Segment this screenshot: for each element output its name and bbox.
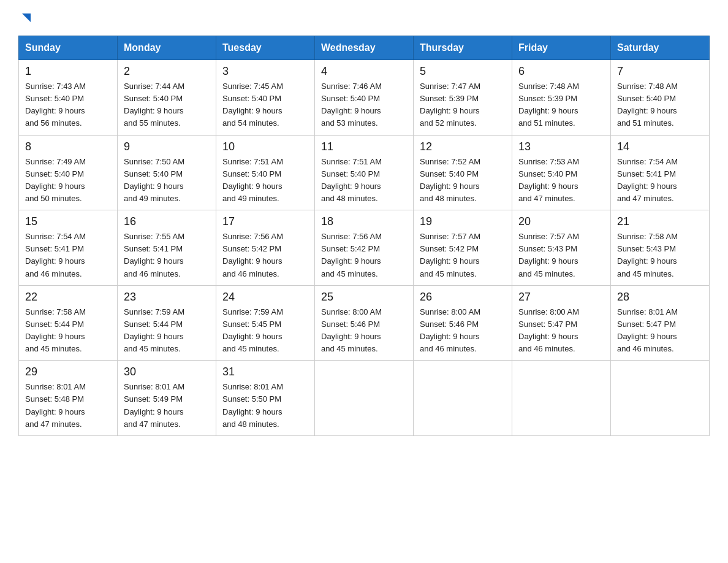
day-info: Sunrise: 7:53 AMSunset: 5:40 PMDaylight:… [518,156,604,205]
calendar-cell: 31 Sunrise: 8:01 AMSunset: 5:50 PMDaylig… [216,361,315,436]
day-number: 4 [321,65,407,78]
calendar-cell: 4 Sunrise: 7:46 AMSunset: 5:40 PMDayligh… [315,60,414,136]
calendar-cell: 29 Sunrise: 8:01 AMSunset: 5:48 PMDaylig… [19,361,118,436]
weekday-header-row: SundayMondayTuesdayWednesdayThursdayFrid… [19,36,710,60]
calendar-cell: 24 Sunrise: 7:59 AMSunset: 5:45 PMDaylig… [216,285,315,361]
day-number: 3 [222,65,308,78]
day-number: 27 [518,291,604,304]
day-info: Sunrise: 8:01 AMSunset: 5:49 PMDaylight:… [124,381,210,431]
day-info: Sunrise: 8:01 AMSunset: 5:47 PMDaylight:… [617,306,703,356]
day-info: Sunrise: 8:00 AMSunset: 5:46 PMDaylight:… [321,306,407,356]
day-number: 28 [617,291,703,304]
page-header [18,12,710,25]
day-number: 17 [222,215,308,228]
day-number: 8 [25,140,111,153]
day-number: 22 [25,291,111,304]
day-number: 24 [222,291,308,304]
calendar-cell: 15 Sunrise: 7:54 AMSunset: 5:41 PMDaylig… [19,210,118,286]
day-number: 18 [321,215,407,228]
day-number: 7 [617,65,703,78]
calendar-cell: 27 Sunrise: 8:00 AMSunset: 5:47 PMDaylig… [512,285,611,361]
day-info: Sunrise: 7:46 AMSunset: 5:40 PMDaylight:… [321,80,407,130]
svg-marker-0 [22,13,31,22]
logo-triangle-icon [20,11,33,25]
calendar-cell [315,361,414,436]
calendar-cell: 7 Sunrise: 7:48 AMSunset: 5:40 PMDayligh… [611,60,710,136]
week-row-5: 29 Sunrise: 8:01 AMSunset: 5:48 PMDaylig… [19,361,710,436]
day-info: Sunrise: 8:01 AMSunset: 5:48 PMDaylight:… [25,381,111,431]
day-info: Sunrise: 7:59 AMSunset: 5:44 PMDaylight:… [124,306,210,356]
day-info: Sunrise: 7:45 AMSunset: 5:40 PMDaylight:… [222,80,308,130]
calendar-cell: 23 Sunrise: 7:59 AMSunset: 5:44 PMDaylig… [118,285,216,361]
calendar-cell: 30 Sunrise: 8:01 AMSunset: 5:49 PMDaylig… [118,361,216,436]
day-info: Sunrise: 7:59 AMSunset: 5:45 PMDaylight:… [222,306,308,356]
day-info: Sunrise: 7:57 AMSunset: 5:43 PMDaylight:… [518,231,604,280]
day-info: Sunrise: 7:49 AMSunset: 5:40 PMDaylight:… [25,156,111,205]
calendar-cell: 13 Sunrise: 7:53 AMSunset: 5:40 PMDaylig… [512,135,611,210]
day-info: Sunrise: 7:54 AMSunset: 5:41 PMDaylight:… [617,156,703,205]
day-number: 26 [420,291,506,304]
day-info: Sunrise: 7:43 AMSunset: 5:40 PMDaylight:… [25,80,111,130]
day-info: Sunrise: 7:50 AMSunset: 5:40 PMDaylight:… [124,156,210,205]
day-info: Sunrise: 8:01 AMSunset: 5:50 PMDaylight:… [222,381,308,431]
day-number: 16 [124,215,210,228]
week-row-2: 8 Sunrise: 7:49 AMSunset: 5:40 PMDayligh… [19,135,710,210]
calendar-cell: 5 Sunrise: 7:47 AMSunset: 5:39 PMDayligh… [414,60,512,136]
week-row-1: 1 Sunrise: 7:43 AMSunset: 5:40 PMDayligh… [19,60,710,136]
day-number: 13 [518,140,604,153]
calendar-cell: 9 Sunrise: 7:50 AMSunset: 5:40 PMDayligh… [118,135,216,210]
calendar-cell: 16 Sunrise: 7:55 AMSunset: 5:41 PMDaylig… [118,210,216,286]
day-number: 9 [124,140,210,153]
calendar-cell: 28 Sunrise: 8:01 AMSunset: 5:47 PMDaylig… [611,285,710,361]
day-info: Sunrise: 7:57 AMSunset: 5:42 PMDaylight:… [420,231,506,280]
day-number: 10 [222,140,308,153]
day-info: Sunrise: 7:55 AMSunset: 5:41 PMDaylight:… [124,231,210,280]
calendar-cell: 25 Sunrise: 8:00 AMSunset: 5:46 PMDaylig… [315,285,414,361]
day-info: Sunrise: 7:51 AMSunset: 5:40 PMDaylight:… [222,156,308,205]
day-number: 2 [124,65,210,78]
day-number: 30 [124,366,210,378]
calendar-cell: 1 Sunrise: 7:43 AMSunset: 5:40 PMDayligh… [19,60,118,136]
day-number: 12 [420,140,506,153]
calendar-cell: 18 Sunrise: 7:56 AMSunset: 5:42 PMDaylig… [315,210,414,286]
day-number: 23 [124,291,210,304]
weekday-header-monday: Monday [118,36,216,60]
calendar-cell: 22 Sunrise: 7:58 AMSunset: 5:44 PMDaylig… [19,285,118,361]
day-info: Sunrise: 7:54 AMSunset: 5:41 PMDaylight:… [25,231,111,280]
calendar-cell: 2 Sunrise: 7:44 AMSunset: 5:40 PMDayligh… [118,60,216,136]
day-number: 6 [518,65,604,78]
week-row-3: 15 Sunrise: 7:54 AMSunset: 5:41 PMDaylig… [19,210,710,286]
calendar-cell: 12 Sunrise: 7:52 AMSunset: 5:40 PMDaylig… [414,135,512,210]
calendar-cell: 3 Sunrise: 7:45 AMSunset: 5:40 PMDayligh… [216,60,315,136]
day-info: Sunrise: 7:48 AMSunset: 5:39 PMDaylight:… [518,80,604,130]
day-info: Sunrise: 7:58 AMSunset: 5:44 PMDaylight:… [25,306,111,356]
weekday-header-tuesday: Tuesday [216,36,315,60]
day-number: 31 [222,366,308,378]
day-number: 15 [25,215,111,228]
day-info: Sunrise: 8:00 AMSunset: 5:47 PMDaylight:… [518,306,604,356]
calendar-cell: 11 Sunrise: 7:51 AMSunset: 5:40 PMDaylig… [315,135,414,210]
calendar-table: SundayMondayTuesdayWednesdayThursdayFrid… [18,36,710,436]
day-info: Sunrise: 7:52 AMSunset: 5:40 PMDaylight:… [420,156,506,205]
calendar-cell: 21 Sunrise: 7:58 AMSunset: 5:43 PMDaylig… [611,210,710,286]
calendar-cell: 20 Sunrise: 7:57 AMSunset: 5:43 PMDaylig… [512,210,611,286]
calendar-cell: 19 Sunrise: 7:57 AMSunset: 5:42 PMDaylig… [414,210,512,286]
week-row-4: 22 Sunrise: 7:58 AMSunset: 5:44 PMDaylig… [19,285,710,361]
calendar-cell: 14 Sunrise: 7:54 AMSunset: 5:41 PMDaylig… [611,135,710,210]
day-info: Sunrise: 8:00 AMSunset: 5:46 PMDaylight:… [420,306,506,356]
day-info: Sunrise: 7:56 AMSunset: 5:42 PMDaylight:… [222,231,308,280]
day-number: 5 [420,65,506,78]
calendar-cell: 17 Sunrise: 7:56 AMSunset: 5:42 PMDaylig… [216,210,315,286]
day-number: 21 [617,215,703,228]
day-number: 19 [420,215,506,228]
weekday-header-sunday: Sunday [19,36,118,60]
weekday-header-wednesday: Wednesday [315,36,414,60]
day-number: 1 [25,65,111,78]
calendar-cell: 10 Sunrise: 7:51 AMSunset: 5:40 PMDaylig… [216,135,315,210]
day-number: 29 [25,366,111,378]
calendar-cell: 8 Sunrise: 7:49 AMSunset: 5:40 PMDayligh… [19,135,118,210]
calendar-cell: 26 Sunrise: 8:00 AMSunset: 5:46 PMDaylig… [414,285,512,361]
day-info: Sunrise: 7:51 AMSunset: 5:40 PMDaylight:… [321,156,407,205]
day-info: Sunrise: 7:56 AMSunset: 5:42 PMDaylight:… [321,231,407,280]
calendar-cell [512,361,611,436]
